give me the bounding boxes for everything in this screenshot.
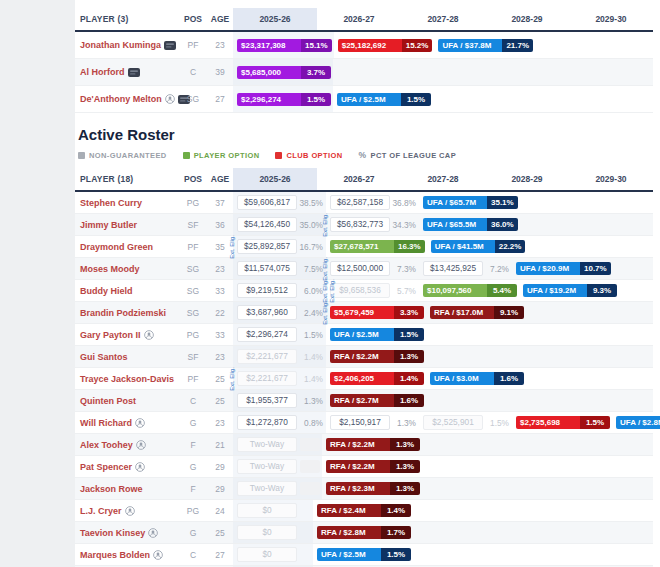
legend-player-option: PLAYER OPTION xyxy=(183,151,260,160)
salary-cell xyxy=(590,368,654,389)
player-link[interactable]: Brandin Podziemski xyxy=(80,308,166,318)
salary-box: $2,296,274 xyxy=(237,327,297,342)
salary-pill: $27,678,57116.3% xyxy=(330,240,425,253)
player-position: SF xyxy=(179,220,207,230)
player-name-cell: Al Horford xyxy=(75,67,179,77)
salary-cell xyxy=(613,258,653,279)
player-age: 23 xyxy=(207,352,233,362)
salary-box: $2,150,917 xyxy=(330,415,390,430)
player-link[interactable]: Quinten Post xyxy=(80,396,136,406)
salary-pill: UFA / $2.5M1.5% xyxy=(330,328,424,341)
legend-pct-of-cap: % PCT OF LEAGUE CAP xyxy=(359,150,457,160)
top-table-header: PLAYER (3) POS AGE 2025-26 2026-27 2027-… xyxy=(75,8,653,32)
salary-box: $13,425,925 xyxy=(423,261,483,276)
salary-pill: UFA / $37.8M21.7% xyxy=(438,39,533,52)
player-link[interactable]: Draymond Green xyxy=(80,242,153,252)
salary-cell xyxy=(594,32,653,58)
cap-pct: 9.1% xyxy=(494,306,524,319)
salary-cell xyxy=(499,434,576,455)
salary-cell: $2,221,6771.4% xyxy=(233,346,326,367)
cap-pct: 5.4% xyxy=(487,284,517,297)
player-link[interactable]: L.J. Cryer xyxy=(80,506,122,516)
salary-pill: $2,735,6981.5% xyxy=(516,416,610,429)
player-link[interactable]: Moses Moody xyxy=(80,264,140,274)
salary-cell: $2,296,2741.5% xyxy=(233,86,333,112)
scrollbar-track[interactable] xyxy=(653,0,660,567)
player-link[interactable]: Gui Santos xyxy=(80,352,128,362)
salary-value: $27,678,571 xyxy=(330,240,394,253)
player-age: 27 xyxy=(207,550,233,560)
salary-cell xyxy=(573,59,653,85)
salary-cell xyxy=(422,434,499,455)
salary-box: $3,687,960 xyxy=(237,305,297,320)
ext-eligible-tag: Ext. Elig. xyxy=(322,257,328,281)
player-link[interactable]: Taevion Kinsey xyxy=(80,528,145,538)
player-name-cell: Pat Spencer xyxy=(75,462,179,472)
salary-cell xyxy=(426,390,502,411)
player-row: Buddy HieldSG33$9,219,5126.0%Ext. Elig.E… xyxy=(75,280,653,302)
salary-cell xyxy=(520,192,587,213)
salary-value: UFA / $65.7M xyxy=(423,196,487,209)
column-header-2026-27: 2026-27 xyxy=(317,8,401,30)
player-name-cell: Gui Santos xyxy=(75,352,179,362)
player-link[interactable]: Jackson Rowe xyxy=(80,484,143,494)
salary-cell: $0 xyxy=(233,544,313,565)
salary-cell xyxy=(426,324,502,345)
player-link[interactable]: Gary Payton II xyxy=(80,330,141,340)
player-link[interactable]: Marques Bolden xyxy=(80,550,150,560)
salary-cell: Ext. Elig.$25,892,85716.7% xyxy=(233,236,326,257)
salary-cell: $10,097,5605.4% xyxy=(419,280,519,301)
cap-table-page: PLAYER (3) POS AGE 2025-26 2026-27 2027-… xyxy=(75,0,653,567)
cap-pct: 5.7% xyxy=(390,286,417,296)
player-link[interactable]: Pat Spencer xyxy=(80,462,132,472)
player-link[interactable]: Will Richard xyxy=(80,418,132,428)
salary-value: $25,182,692 xyxy=(338,39,402,52)
salary-box: $25,892,857 xyxy=(237,239,297,254)
cap-pct: 1.4% xyxy=(381,504,411,517)
player-age: 33 xyxy=(207,286,233,296)
salary-cell xyxy=(573,500,653,521)
player-name-cell: Buddy Hield xyxy=(75,286,179,296)
salary-cell: Two-Way xyxy=(233,478,322,499)
salary-value: UFA / $37.8M xyxy=(438,39,502,52)
player-link[interactable]: De'Anthony Melton xyxy=(80,94,162,104)
salary-value: UFA / $2.5M xyxy=(330,328,394,341)
ext-eligible-tag: Ext. Elig. xyxy=(229,367,235,391)
salary-cell: UFA / $41.5M22.2% xyxy=(427,236,528,257)
salary-cell xyxy=(586,214,653,235)
player-link[interactable]: Stephen Curry xyxy=(80,198,142,208)
cap-pct: 7.3% xyxy=(390,264,417,274)
cap-pct: 38.5% xyxy=(297,198,324,208)
player-link[interactable]: Buddy Hield xyxy=(80,286,133,296)
column-header-2028-29: 2028-29 xyxy=(485,8,569,30)
player-link[interactable]: Jimmy Butler xyxy=(80,220,137,230)
cap-pct: 36.8% xyxy=(390,198,417,208)
player-link[interactable]: Jonathan Kuminga xyxy=(80,40,161,50)
player-link[interactable]: Trayce Jackson-Davis xyxy=(80,374,174,384)
salary-value: UFA / $2.8M xyxy=(616,416,660,429)
player-name-cell: Alex Toohey xyxy=(75,440,179,450)
ext-eligible-tag: Ext. Elig. xyxy=(229,235,235,259)
salary-pill: UFA / $19.2M9.3% xyxy=(523,284,617,297)
cap-pct: 1.3% xyxy=(390,460,420,473)
cap-pct: 35.1% xyxy=(487,196,518,209)
salary-cell: $2,406,2051.4% xyxy=(326,368,426,389)
player-link[interactable]: Alex Toohey xyxy=(80,440,133,450)
player-row: De'Anthony Melton SG27$2,296,2741.5%UFA … xyxy=(75,86,653,113)
column-header-age: AGE xyxy=(207,174,233,184)
player-status-icon xyxy=(136,440,146,450)
player-link[interactable]: Al Horford xyxy=(80,67,125,77)
salary-cell: Two-Way xyxy=(233,434,322,455)
salary-value: RFA / $2.2M xyxy=(326,460,390,473)
player-age: 23 xyxy=(207,264,233,274)
player-name-cell: Will Richard xyxy=(75,418,179,428)
empty-pct-box xyxy=(300,438,320,451)
cap-pct: 1.3% xyxy=(390,482,420,495)
player-status-icon xyxy=(153,550,163,560)
salary-cell xyxy=(577,324,653,345)
salary-cell xyxy=(619,280,653,301)
player-age: 22 xyxy=(207,308,233,318)
cap-pct: 34.3% xyxy=(390,220,417,230)
ext-eligible-tag: Ext. Elig. xyxy=(322,279,328,303)
player-age: 27 xyxy=(207,94,233,104)
